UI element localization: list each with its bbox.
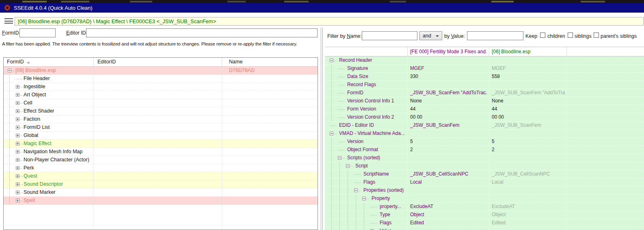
tree-row[interactable]: FormID List [4,124,318,132]
expander-plus-icon[interactable] [16,93,19,97]
expander-plus-icon[interactable] [16,109,19,113]
record-value-fe000: Local [410,178,487,186]
column-header-formid[interactable]: FormID [7,58,30,67]
record-row[interactable]: Version Control Info 1NoneNone [325,97,644,105]
record-row[interactable]: FlagsLocalLocal [325,178,644,187]
record-row[interactable]: SignatureMGEFMGEF [325,65,644,73]
by-value-label: by Value: [444,33,465,39]
record-row[interactable]: EDID - Editor ID_JSW_SUB_ScanFem_JSW_SUB… [325,122,644,130]
record-field-label: EDID - Editor ID [339,122,374,129]
expander-plus-icon[interactable] [16,166,19,170]
record-row[interactable]: Record Header [325,56,644,65]
filter-by-value-input[interactable] [467,31,523,40]
expander-minus-icon[interactable] [8,69,11,72]
record-row[interactable]: Record Flags [325,81,644,89]
editorid-filter-input[interactable] [86,28,318,37]
tree-guide-line [348,227,348,230]
expander-plus-icon[interactable] [16,150,19,154]
tree-row[interactable]: Navigation Mesh Info Map [4,148,318,156]
tree-row[interactable]: [06] Bloodline.espD76D78AD [4,67,318,75]
tree-row[interactable]: Quest [4,172,318,180]
tree-row[interactable]: Perk [4,164,318,172]
panel-splitter[interactable] [322,28,323,230]
record-row[interactable]: Value [325,227,644,230]
tree-row[interactable]: Global [4,132,318,140]
tree-row[interactable]: File Header [4,75,318,83]
expander-minus-icon[interactable] [330,59,333,62]
expander-plus-icon[interactable] [16,85,19,89]
expander-minus-icon[interactable] [346,164,350,168]
column-divider[interactable] [489,47,489,56]
tree-guide-line [339,195,340,202]
tree-stub [20,152,23,152]
tree-row[interactable]: Faction [4,115,318,124]
expander-plus-icon[interactable] [16,174,19,178]
expander-plus-icon[interactable] [16,199,19,202]
menu-hamburger-icon[interactable] [4,18,13,24]
record-row[interactable]: FlagsEditedEdited [325,219,644,227]
filter-applied-notice: A filter has been applied. The treeview … [2,41,297,46]
record-row[interactable]: property...ExcludeATExcludeAT [325,203,644,211]
filter-by-name-input[interactable] [362,31,417,40]
keep-siblings-checkbox[interactable] [568,33,573,38]
background-text-fragment [61,1,89,2]
breadcrumb[interactable]: [06] Bloodline.esp (D76D78AD) \ Magic Ef… [15,17,644,26]
expander-plus-icon[interactable] [16,158,19,162]
tree-row-label: Sound Descriptor [24,180,63,188]
column-divider[interactable] [407,47,408,56]
tree-guide-line [348,211,348,219]
column-divider[interactable] [93,58,94,67]
expander-plus-icon[interactable] [16,126,19,129]
column-header-editorid[interactable]: EditorID [97,58,116,67]
tree-row-label: Art Object [24,91,46,99]
expander-minus-icon[interactable] [362,197,366,200]
column-header-field[interactable] [328,47,405,56]
filter-operator-select[interactable]: and [419,31,442,40]
column-divider[interactable] [222,58,222,67]
window-title: SSEEdit 4.0.4 (Quick Auto Clean) [14,3,93,13]
record-row[interactable]: VMAD - Virtual Machine Ada... [325,130,644,138]
column-header-plugin-bloodline[interactable]: [06] Bloodline.esp [492,47,565,56]
tree-row[interactable]: Sound Marker [4,189,318,197]
record-row[interactable]: Property [325,195,644,203]
record-field-label: Type [380,211,390,219]
tree-row[interactable]: Non-Player Character (Actor) [4,156,318,164]
tree-leaf-leader [354,174,361,175]
tree-row[interactable]: Ingestible [4,83,318,91]
record-row[interactable]: Version Control Info 200 0000 00 [325,113,644,122]
record-row[interactable]: Scripts (sorted) [325,154,644,162]
expander-plus-icon[interactable] [16,117,19,121]
expander-plus-icon[interactable] [16,101,19,105]
keep-children-checkbox[interactable] [540,33,545,38]
expander-plus-icon[interactable] [16,182,19,186]
expander-minus-icon[interactable] [338,156,341,160]
keep-parents-siblings-checkbox[interactable] [594,33,599,38]
expander-minus-icon[interactable] [330,132,333,135]
record-row[interactable]: Properties (sorted) [325,187,644,195]
background-text-fragment [581,1,605,2]
record-row[interactable]: Script [325,162,644,170]
tree-row[interactable]: Magic Effect [4,140,318,148]
expander-plus-icon[interactable] [16,134,19,137]
record-row[interactable]: Version55 [325,138,644,146]
tree-row[interactable]: Spell [4,197,318,205]
column-divider[interactable] [566,47,567,56]
column-header-plugin-fe000[interactable]: [FE 000] Fertility Mode 3 Fixes and... [410,47,487,56]
tree-row[interactable]: Effect Shader [4,107,318,115]
panel-splitter[interactable] [321,28,321,230]
background-text-fragment [22,1,47,2]
record-row[interactable]: FormID_JSW_SUB_ScanFem "AddToTrac..._JSW… [325,89,644,97]
expander-minus-icon[interactable] [354,189,358,192]
record-row[interactable]: Data Size330558 [325,73,644,81]
tree-row[interactable]: Cell [4,99,318,107]
formid-filter-input[interactable] [19,28,56,37]
column-header-name[interactable]: Name [229,58,242,67]
record-row[interactable]: ScriptName_JSW_SUB_CellScanNPC_JSW_SUB_C… [325,170,644,178]
tree-row[interactable]: Art Object [4,91,318,99]
record-row[interactable]: Object Format22 [325,146,644,154]
tree-row[interactable]: Sound Descriptor [4,180,318,189]
record-row[interactable]: Form Version4444 [325,105,644,113]
expander-plus-icon[interactable] [16,191,19,194]
record-row[interactable]: TypeObjectObject [325,211,644,219]
expander-plus-icon[interactable] [16,142,19,145]
